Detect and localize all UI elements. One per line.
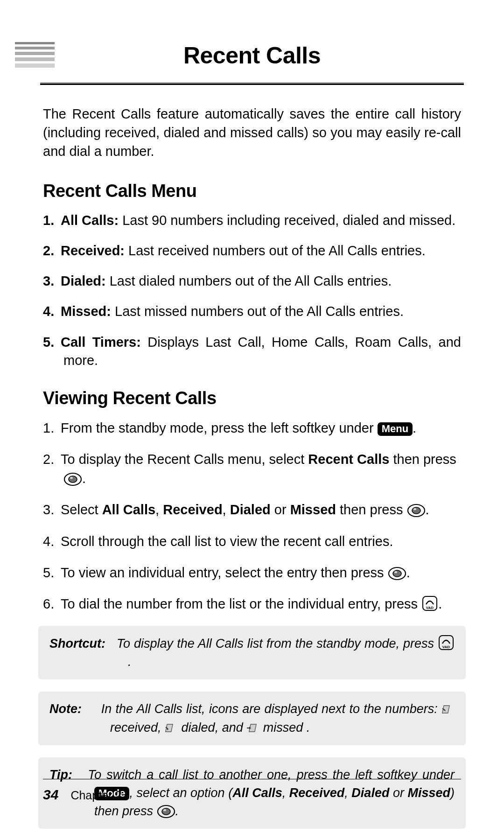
- svg-point-1: [69, 476, 77, 483]
- menu-key-icon: Menu: [378, 422, 413, 436]
- ok-button-icon: [388, 567, 406, 581]
- chapter-label: Chapter 2: [70, 789, 122, 802]
- list-item: 4.Scroll through the call list to view t…: [43, 532, 461, 551]
- list-item: 3.Dialed: Last dialed numbers out of the…: [43, 272, 461, 290]
- steps-list: 1.From the standby mode, press the left …: [43, 419, 461, 614]
- list-item: 1.From the standby mode, press the left …: [43, 419, 461, 438]
- list-item: 2.To display the Recent Calls menu, sele…: [43, 450, 461, 488]
- svg-point-7: [393, 570, 401, 577]
- decorative-lines-icon: [15, 42, 55, 68]
- list-item: 6.To dial the number from the list or th…: [43, 595, 461, 614]
- call-key-icon: VAD: [421, 595, 438, 612]
- page-header: Recent Calls: [43, 42, 461, 77]
- dialed-call-icon: [165, 722, 178, 734]
- list-item: 1.All Calls: Last 90 numbers including r…: [43, 211, 461, 230]
- missed-call-icon: [246, 722, 259, 734]
- list-item: 3.Select All Calls, Received, Dialed or …: [43, 500, 461, 519]
- svg-point-4: [412, 507, 420, 514]
- page-footer: 34Chapter 2: [43, 779, 461, 803]
- list-item: 4.Missed: Last missed numbers out of the…: [43, 302, 461, 321]
- svg-text:VAD: VAD: [442, 645, 450, 649]
- page-number: 34: [43, 787, 58, 802]
- page-title: Recent Calls: [183, 42, 321, 69]
- svg-point-5: [413, 508, 416, 510]
- svg-point-2: [70, 477, 73, 479]
- note-box: Note: In the All Calls list, icons are d…: [38, 692, 466, 745]
- header-divider: [40, 82, 464, 85]
- note-label: Note:: [49, 702, 82, 716]
- heading-viewing-recent-calls: Viewing Recent Calls: [43, 388, 461, 408]
- shortcut-box: Shortcut: To display the All Calls list …: [38, 626, 466, 679]
- svg-point-8: [394, 571, 397, 573]
- call-key-icon: VAD: [438, 634, 455, 651]
- ok-button-icon: [157, 805, 175, 819]
- ok-button-icon: [63, 472, 82, 486]
- svg-text:VAD: VAD: [426, 606, 434, 610]
- intro-paragraph: The Recent Calls feature automatically s…: [43, 105, 461, 161]
- ok-button-icon: [407, 504, 426, 518]
- list-item: 2.Received: Last received numbers out of…: [43, 242, 461, 260]
- svg-point-15: [163, 809, 166, 811]
- list-item: 5.Call Timers: Displays Last Call, Home …: [43, 333, 461, 370]
- received-call-icon: [441, 704, 455, 715]
- menu-list: 1.All Calls: Last 90 numbers including r…: [43, 211, 461, 370]
- heading-recent-calls-menu: Recent Calls Menu: [43, 181, 461, 201]
- shortcut-label: Shortcut:: [49, 637, 105, 651]
- svg-point-14: [162, 808, 170, 815]
- list-item: 5.To view an individual entry, select th…: [43, 563, 461, 582]
